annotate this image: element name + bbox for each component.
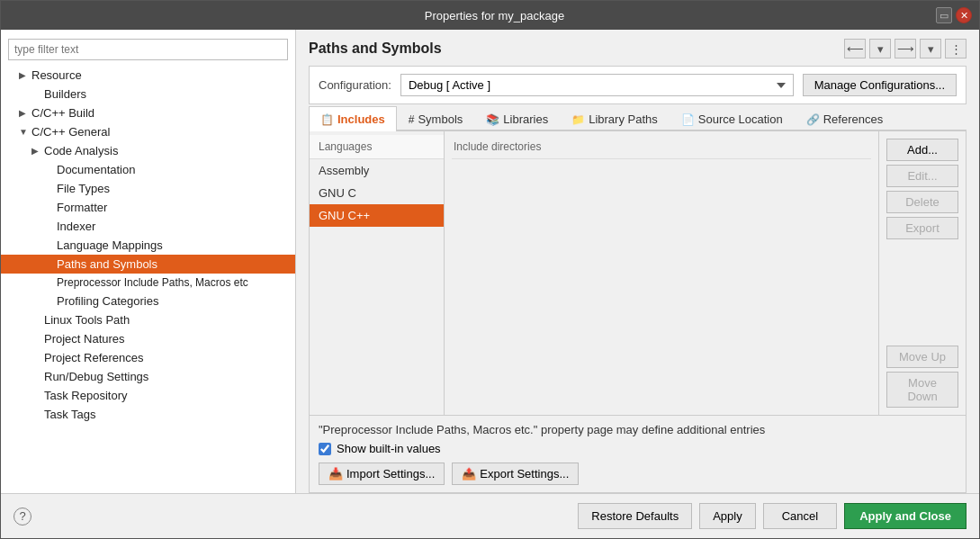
sidebar-item-language-mappings[interactable]: Language Mappings [1,236,295,255]
help-button[interactable]: ? [13,508,31,526]
move-down-button[interactable]: Move Down [886,372,958,408]
dropdown2-button[interactable]: ▾ [920,39,941,58]
libraries-tab-icon: 📚 [486,113,499,126]
sidebar-item-label: Resource [31,68,82,82]
panel-title: Paths and Symbols [309,40,442,57]
info-section: "Preprocessor Include Paths, Macros etc.… [309,416,967,493]
sidebar-item-label: Profiling Categories [57,294,158,308]
more-button[interactable]: ⋮ [945,39,967,58]
arrow-icon: ▶ [19,108,31,118]
add-button[interactable]: Add... [886,139,958,161]
dropdown-button[interactable]: ▾ [869,39,891,58]
sidebar-item-label: Code Analysis [44,144,118,157]
sidebar-item-label: File Types [57,182,110,195]
delete-button[interactable]: Delete [886,191,958,213]
import-icon: 📥 [328,467,343,481]
dialog: Properties for my_package ▭ ✕ ▶ Resource… [0,0,980,539]
source-location-tab-icon: 📄 [681,113,695,126]
manage-configurations-button[interactable]: Manage Configurations... [803,74,957,96]
library-paths-tab-icon: 📁 [571,113,585,126]
content-with-buttons: Languages Assembly GNU C GNU C++ Include… [309,131,967,416]
lang-item-assembly[interactable]: Assembly [310,159,444,182]
sidebar-item-label: Preprocessor Include Paths, Macros etc [57,276,248,289]
right-panel: Paths and Symbols ⟵ ▾ ⟶ ▾ ⋮ Configuratio… [296,30,979,493]
export-icon: 📤 [462,467,476,481]
sidebar-item-cpp-general[interactable]: ▼ C/C++ General [1,122,295,141]
tab-libraries[interactable]: 📚 Libraries [474,106,560,131]
sidebar-item-documentation[interactable]: Documentation [1,160,295,179]
info-text: "Preprocessor Include Paths, Macros etc.… [319,423,957,436]
tab-includes[interactable]: 📋 Includes [309,106,397,131]
content-main: Languages Assembly GNU C GNU C++ Include… [310,131,878,415]
sidebar-item-cpp-build[interactable]: ▶ C/C++ Build [1,103,295,122]
sidebar-item-project-references[interactable]: Project References [1,348,295,367]
forward-button[interactable]: ⟶ [895,39,916,58]
sidebar-item-formatter[interactable]: Formatter [1,198,295,217]
languages-panel: Languages Assembly GNU C GNU C++ [310,131,445,415]
sidebar-item-indexer[interactable]: Indexer [1,217,295,236]
symbols-tab-icon: # [409,113,415,126]
sidebar-item-code-analysis[interactable]: ▶ Code Analysis [1,141,295,160]
dialog-title: Properties for my_package [53,9,936,22]
sidebar-item-linux-tools[interactable]: Linux Tools Path [1,310,295,329]
sidebar-item-run-debug[interactable]: Run/Debug Settings [1,367,295,386]
lang-item-gnu-c[interactable]: GNU C [310,182,444,204]
settings-buttons: 📥 Import Settings... 📤 Export Settings..… [319,463,957,485]
sidebar-item-label: Indexer [57,220,95,233]
tab-references[interactable]: 🔗 References [795,106,895,131]
back-button[interactable]: ⟵ [844,39,866,58]
show-builtin-row: Show built-in values [319,442,957,455]
export-settings-label: Export Settings... [480,467,569,481]
restore-defaults-button[interactable]: Restore Defaults [578,503,692,529]
sidebar-item-task-tags[interactable]: Task Tags [1,405,295,424]
sidebar-item-file-types[interactable]: File Types [1,179,295,198]
bottom-bar: ? Restore Defaults Apply Cancel Apply an… [1,493,979,538]
show-builtin-checkbox[interactable] [319,443,331,455]
includes-panel: Include directories [445,131,878,415]
tab-references-label: References [823,112,883,126]
move-up-button[interactable]: Move Up [886,346,958,368]
export-settings-button[interactable]: 📤 Export Settings... [452,463,579,485]
tab-source-location[interactable]: 📄 Source Location [670,106,795,131]
arrow-icon: ▶ [31,146,44,156]
edit-button[interactable]: Edit... [886,165,958,187]
sidebar-item-label: Linux Tools Path [44,313,130,327]
arrow-icon: ▼ [19,127,31,137]
sidebar-item-project-natures[interactable]: Project Natures [1,329,295,348]
apply-close-button[interactable]: Apply and Close [844,503,967,529]
show-builtin-label: Show built-in values [337,442,441,455]
sidebar-item-task-repository[interactable]: Task Repository [1,386,295,405]
sidebar-item-preprocessor[interactable]: Preprocessor Include Paths, Macros etc [1,274,295,292]
sidebar-item-label: Paths and Symbols [57,257,157,271]
panel-toolbar: ⟵ ▾ ⟶ ▾ ⋮ [844,39,967,58]
lang-and-includes: Languages Assembly GNU C GNU C++ Include… [310,131,878,415]
sidebar-item-builders[interactable]: Builders [1,85,295,103]
tab-libraries-label: Libraries [503,112,548,126]
sidebar-item-label: C/C++ General [31,125,110,139]
bottom-left: ? [13,508,31,526]
close-button[interactable]: ✕ [956,7,972,23]
sidebar-item-label: Task Tags [44,408,96,421]
tab-source-location-label: Source Location [698,112,783,126]
sidebar-item-paths-and-symbols[interactable]: Paths and Symbols [1,255,295,274]
sidebar-item-label: Formatter [57,201,107,214]
includes-header: Include directories [452,135,871,159]
tab-symbols[interactable]: # Symbols [397,106,475,131]
minimize-button[interactable]: ▭ [936,7,952,23]
import-settings-button[interactable]: 📥 Import Settings... [319,463,445,485]
sidebar-item-profiling[interactable]: Profiling Categories [1,292,295,310]
config-select[interactable]: Debug [ Active ] [400,74,794,96]
lang-item-gnu-cpp[interactable]: GNU C++ [310,204,444,227]
cancel-button[interactable]: Cancel [763,503,837,529]
sidebar-item-label: Project Natures [44,332,125,346]
includes-tab-icon: 📋 [320,113,334,126]
config-section: Configuration: Debug [ Active ] Manage C… [309,66,967,104]
export-button[interactable]: Export [886,217,958,239]
tabs-and-content: 📋 Includes # Symbols 📚 Libraries 📁 Libra… [309,104,967,493]
tab-library-paths-label: Library Paths [589,112,658,126]
apply-button[interactable]: Apply [699,503,756,529]
arrow-icon: ▶ [19,70,31,80]
filter-input[interactable] [8,39,288,60]
sidebar-item-resource[interactable]: ▶ Resource [1,66,295,85]
tab-library-paths[interactable]: 📁 Library Paths [560,106,670,131]
